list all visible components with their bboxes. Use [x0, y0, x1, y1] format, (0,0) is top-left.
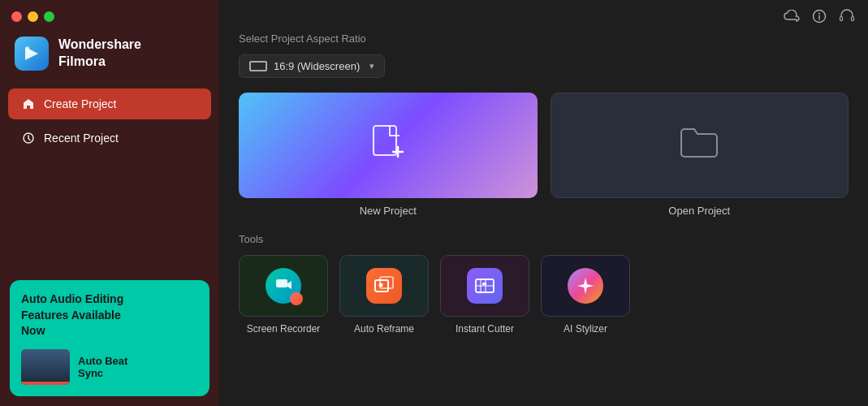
new-project-card-bg [239, 93, 538, 198]
auto-reframe-icon [366, 268, 402, 304]
new-file-icon [369, 123, 408, 168]
svg-rect-10 [276, 279, 287, 287]
promo-thumbnail [21, 349, 70, 385]
main-content: Select Project Aspect Ratio 16:9 (Widesc… [219, 0, 868, 406]
headset-icon[interactable] [839, 8, 855, 24]
sidebar-item-create-project[interactable]: Create Project [8, 89, 211, 119]
open-project-card-bg [551, 93, 849, 198]
recent-project-label: Recent Project [44, 132, 119, 145]
open-project-card[interactable]: Open Project [551, 93, 849, 217]
aspect-left: 16:9 (Widescreen) [249, 60, 360, 72]
project-cards-row: New Project Open Project [239, 93, 849, 217]
promo-sub-label: Auto Beat Sync [78, 355, 127, 379]
instant-cutter-icon [467, 268, 503, 304]
aspect-ratio-dropdown[interactable]: 16:9 (Widescreen) ▾ [239, 54, 385, 78]
aspect-ratio-section: Select Project Aspect Ratio 16:9 (Widesc… [239, 32, 849, 78]
top-bar [219, 0, 868, 32]
tool-card-screen-recorder[interactable]: Screen Recorder [239, 255, 328, 335]
open-project-label: Open Project [668, 205, 730, 217]
info-icon[interactable] [811, 8, 827, 24]
tools-grid: Screen Recorder Auto Reframe [239, 255, 849, 335]
promo-bottom: Auto Beat Sync [21, 349, 198, 385]
ai-stylizer-icon [568, 268, 603, 304]
svg-point-4 [818, 13, 820, 15]
tool-card-ai-stylizer[interactable]: AI Stylizer [541, 255, 630, 335]
auto-reframe-label: Auto Reframe [354, 323, 414, 335]
content-area: Select Project Aspect Ratio 16:9 (Widesc… [219, 32, 868, 406]
screen-recorder-icon [266, 268, 301, 304]
create-project-label: Create Project [44, 97, 116, 110]
maximize-button[interactable] [44, 11, 54, 22]
promo-title: Auto Audio Editing Features Available No… [21, 292, 198, 339]
clock-icon [21, 131, 36, 145]
promo-card[interactable]: Auto Audio Editing Features Available No… [10, 280, 209, 396]
svg-point-13 [379, 283, 383, 287]
chevron-down-icon: ▾ [369, 61, 374, 71]
minimize-button[interactable] [28, 11, 38, 22]
tools-section: Tools Screen Recorder [239, 233, 849, 335]
cloud-icon[interactable] [784, 8, 800, 24]
close-button[interactable] [11, 11, 22, 22]
instant-cutter-label: Instant Cutter [456, 323, 514, 335]
tool-card-auto-reframe[interactable]: Auto Reframe [339, 255, 429, 335]
screen-recorder-label: Screen Recorder [247, 323, 321, 335]
traffic-lights [0, 0, 219, 30]
ai-stylizer-icon-box [541, 255, 630, 317]
new-project-label: New Project [360, 205, 417, 217]
auto-reframe-icon-box [339, 255, 429, 317]
svg-rect-18 [482, 283, 486, 285]
screen-recorder-icon-box [239, 255, 328, 317]
new-project-card[interactable]: New Project [239, 93, 538, 217]
logo-area: Wondershare Filmora [0, 30, 219, 87]
aspect-ratio-value: 16:9 (Widescreen) [274, 60, 360, 72]
tool-card-instant-cutter[interactable]: Instant Cutter [440, 255, 529, 335]
instant-cutter-icon-box [440, 255, 529, 317]
svg-rect-7 [374, 126, 396, 155]
aspect-ratio-label: Select Project Aspect Ratio [239, 32, 849, 45]
home-icon [21, 97, 36, 111]
app-logo-text: Wondershare Filmora [58, 37, 141, 71]
svg-rect-6 [852, 17, 854, 21]
sidebar-item-recent-project[interactable]: Recent Project [8, 123, 211, 153]
tools-section-label: Tools [239, 233, 849, 245]
sidebar: Wondershare Filmora Create Project Recen… [0, 0, 219, 406]
svg-rect-5 [840, 17, 843, 21]
ai-stylizer-label: AI Stylizer [564, 323, 607, 335]
aspect-ratio-preview-icon [249, 61, 267, 71]
app-logo-icon [15, 37, 49, 71]
folder-icon [678, 124, 720, 167]
